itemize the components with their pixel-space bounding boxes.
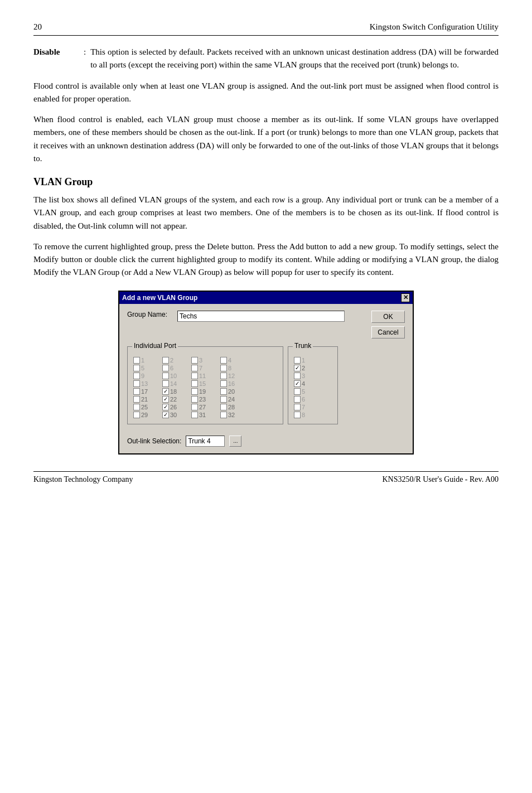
port-13[interactable]: 13 [133,380,161,387]
groups-section: Individual Port 1 2 3 4 5 6 7 [127,344,405,424]
ok-button[interactable]: OK [371,311,405,323]
port-27-checkbox[interactable] [191,404,198,410]
port-19-checkbox[interactable] [191,388,198,395]
port-9[interactable]: 9 [133,373,161,379]
port-21[interactable]: 21 [133,396,161,403]
port-3[interactable]: 3 [191,357,219,364]
port-12[interactable]: 12 [220,373,248,379]
page-number: 20 [33,22,42,32]
port-32[interactable]: 32 [220,412,248,418]
port-11-checkbox[interactable] [191,373,198,379]
footer-left: Kingston Technology Company [33,475,133,484]
dialog-titlebar: Add a new VLAN Group ✕ [119,292,413,304]
port-15-checkbox[interactable] [191,380,198,387]
port-10-checkbox[interactable] [162,373,169,379]
port-12-checkbox[interactable] [220,373,227,379]
page-footer: Kingston Technology Company KNS3250/R Us… [33,471,499,484]
flood-control-para-1: Flood control is available only when at … [33,80,499,106]
cancel-button[interactable]: Cancel [371,326,405,339]
port-5-checkbox[interactable] [133,365,140,371]
trunk-2-checkbox[interactable] [294,365,301,371]
trunk-grid: 1 2 3 4 5 6 7 8 [294,357,332,418]
port-31-checkbox[interactable] [191,412,198,418]
port-24-checkbox[interactable] [220,396,227,403]
port-18-checkbox[interactable] [162,388,169,395]
port-28-checkbox[interactable] [220,404,227,410]
port-25-checkbox[interactable] [133,404,140,410]
port-30-checkbox[interactable] [162,412,169,418]
port-15[interactable]: 15 [191,380,219,387]
port-29-checkbox[interactable] [133,412,140,418]
vlan-group-heading: VLAN Group [33,176,499,188]
port-25[interactable]: 25 [133,404,161,410]
group-name-label: Group Name: [127,311,172,318]
port-6[interactable]: 6 [162,365,190,371]
port-22-checkbox[interactable] [162,396,169,403]
port-4-checkbox[interactable] [220,357,227,364]
port-17[interactable]: 17 [133,388,161,395]
port-14[interactable]: 14 [162,380,190,387]
vlan-group-para-1: The list box shows all defined VLAN grou… [33,194,499,233]
trunk-2[interactable]: 2 [294,365,322,371]
port-21-checkbox[interactable] [133,396,140,403]
outlink-browse-button[interactable]: ... [229,436,241,447]
trunk-7[interactable]: 7 [294,404,322,410]
group-name-input[interactable] [177,311,345,322]
trunk-6[interactable]: 6 [294,396,322,403]
port-7-checkbox[interactable] [191,365,198,371]
port-28[interactable]: 28 [220,404,248,410]
port-26[interactable]: 26 [162,404,190,410]
port-16-checkbox[interactable] [220,380,227,387]
port-8[interactable]: 8 [220,365,248,371]
port-20-checkbox[interactable] [220,388,227,395]
port-grid: 1 2 3 4 5 6 7 8 9 10 [133,357,277,418]
port-11[interactable]: 11 [191,373,219,379]
port-2[interactable]: 2 [162,357,190,364]
trunk-8[interactable]: 8 [294,412,322,418]
port-18[interactable]: 18 [162,388,190,395]
port-3-checkbox[interactable] [191,357,198,364]
outlink-input[interactable] [186,436,225,447]
port-17-checkbox[interactable] [133,388,140,395]
vlan-group-para-2: To remove the current highlighted group,… [33,240,499,279]
port-2-checkbox[interactable] [162,357,169,364]
port-20[interactable]: 20 [220,388,248,395]
trunk-4[interactable]: 4 [294,380,322,387]
port-27[interactable]: 27 [191,404,219,410]
port-32-checkbox[interactable] [220,412,227,418]
port-13-checkbox[interactable] [133,380,140,387]
trunk-1-checkbox[interactable] [294,357,301,364]
port-26-checkbox[interactable] [162,404,169,410]
port-29[interactable]: 29 [133,412,161,418]
port-10[interactable]: 10 [162,373,190,379]
port-9-checkbox[interactable] [133,373,140,379]
trunk-3-checkbox[interactable] [294,373,301,379]
port-4[interactable]: 4 [220,357,248,364]
trunk-3[interactable]: 3 [294,373,322,379]
flood-control-para-2: When flood control is enabled, each VLAN… [33,113,499,165]
port-23-checkbox[interactable] [191,396,198,403]
port-23[interactable]: 23 [191,396,219,403]
trunk-5-checkbox[interactable] [294,388,301,395]
port-19[interactable]: 19 [191,388,219,395]
port-1[interactable]: 1 [133,357,161,364]
port-24[interactable]: 24 [220,396,248,403]
port-22[interactable]: 22 [162,396,190,403]
trunk-6-checkbox[interactable] [294,396,301,403]
trunk-7-checkbox[interactable] [294,404,301,410]
port-14-checkbox[interactable] [162,380,169,387]
port-1-checkbox[interactable] [133,357,140,364]
trunk-8-checkbox[interactable] [294,412,301,418]
port-16[interactable]: 16 [220,380,248,387]
trunk-5[interactable]: 5 [294,388,322,395]
port-8-checkbox[interactable] [220,365,227,371]
port-31[interactable]: 31 [191,412,219,418]
trunk-4-checkbox[interactable] [294,380,301,387]
port-30[interactable]: 30 [162,412,190,418]
trunk-1[interactable]: 1 [294,357,322,364]
disable-description: This option is selected by default. Pack… [90,46,499,72]
port-5[interactable]: 5 [133,365,161,371]
port-6-checkbox[interactable] [162,365,169,371]
dialog-close-button[interactable]: ✕ [401,293,410,302]
port-7[interactable]: 7 [191,365,219,371]
